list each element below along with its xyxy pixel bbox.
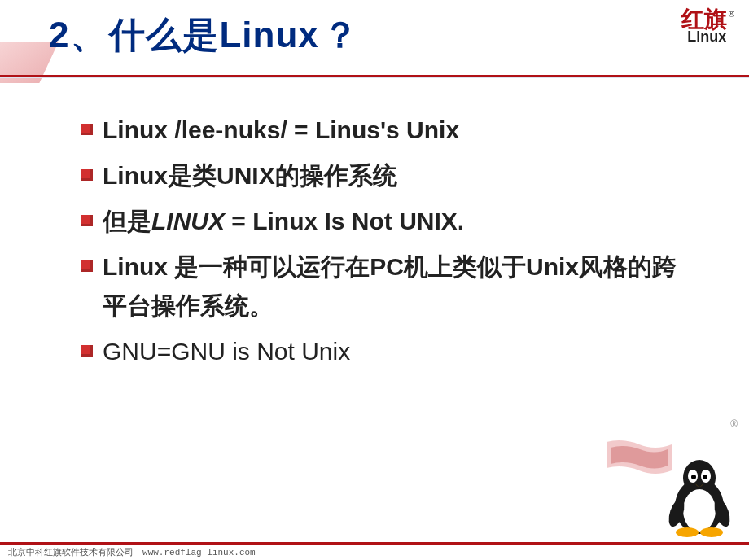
svg-point-7 bbox=[676, 527, 699, 537]
bullet-2-c: UNIX bbox=[217, 162, 275, 189]
footer-text: 北京中科红旗软件技术有限公司 www.redflag-linux.com bbox=[0, 545, 749, 558]
bullet-2-d: 的操作系统 bbox=[275, 162, 397, 189]
bullet-3-a: 但是 bbox=[103, 208, 151, 234]
logo-latin: Linux bbox=[681, 29, 733, 44]
slide-footer: 北京中科红旗软件技术有限公司 www.redflag-linux.com bbox=[0, 542, 749, 560]
small-registered-mark: ® bbox=[730, 418, 738, 430]
bullet-3-c: = Linux Is Not UNIX. bbox=[225, 208, 464, 234]
bullet-1-text: Linux /lee-nuks/ = Linus's Unix bbox=[103, 116, 459, 143]
bullet-2: Linux是类UNIX的操作系统 bbox=[81, 156, 692, 195]
svg-point-5 bbox=[691, 475, 696, 479]
bullet-5-text: GNU=GNU is Not Unix bbox=[103, 338, 350, 365]
bullet-1: Linux /lee-nuks/ = Linus's Unix bbox=[81, 111, 692, 150]
title-en: Linux bbox=[219, 15, 318, 55]
title-question-mark: ？ bbox=[322, 15, 359, 55]
bullet-5: GNU=GNU is Not Unix bbox=[81, 332, 692, 371]
bullet-4-d: 机上类似于 bbox=[404, 253, 526, 280]
bullet-2-a: Linux bbox=[103, 162, 168, 189]
title-cn: 什么是 bbox=[109, 15, 219, 55]
bullet-4-c: PC bbox=[370, 253, 404, 280]
bullet-3: 但是LINUX = Linux Is Not UNIX. bbox=[81, 202, 692, 241]
svg-point-2 bbox=[683, 489, 716, 532]
bullet-4-e: Unix bbox=[526, 253, 579, 280]
bullet-4-b: 是一种可以运行在 bbox=[174, 253, 370, 280]
footer-company: 北京中科红旗软件技术有限公司 bbox=[8, 547, 134, 557]
svg-point-8 bbox=[700, 527, 723, 537]
logo-registered: ® bbox=[729, 10, 734, 19]
penguin-icon bbox=[663, 449, 736, 539]
svg-point-6 bbox=[703, 475, 707, 479]
slide-content: Linux /lee-nuks/ = Linus's Unix Linux是类U… bbox=[0, 78, 749, 371]
title-separator: 、 bbox=[71, 15, 107, 55]
title-number: 2 bbox=[49, 15, 69, 55]
bullet-4: Linux 是一种可以运行在PC机上类似于Unix风格的跨平台操作系统。 bbox=[81, 247, 692, 326]
header-rule bbox=[0, 75, 749, 78]
slide-header: 2、什么是Linux？ 红旗® Linux bbox=[0, 0, 749, 78]
bullet-3-b: LINUX bbox=[151, 208, 225, 234]
brand-logo: 红旗® Linux bbox=[681, 8, 733, 44]
bullet-4-a: Linux bbox=[103, 253, 174, 280]
footer-url: www.redflag-linux.com bbox=[142, 548, 256, 558]
bullet-2-b: 是类 bbox=[168, 162, 217, 189]
slide-title: 2、什么是Linux？ bbox=[49, 11, 749, 59]
